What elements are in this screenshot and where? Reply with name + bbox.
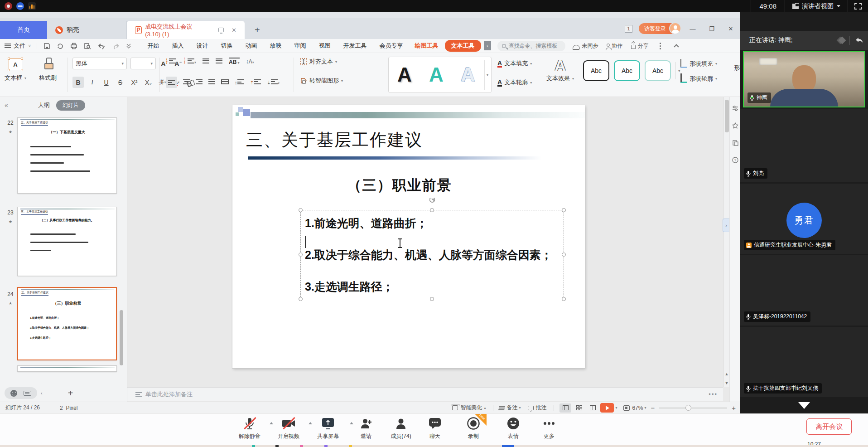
gallery-more-button[interactable]: ▾	[484, 60, 490, 90]
italic-button[interactable]: I	[87, 77, 98, 88]
members-button[interactable]: 成员(74)	[385, 417, 417, 440]
editor-scrollbar[interactable]: ▲ ▼	[723, 97, 729, 387]
justify-button[interactable]	[208, 79, 215, 86]
normal-view-button[interactable]	[559, 403, 571, 413]
slide-24[interactable]: 三、关于基层工作建议 （三）职业前景	[232, 105, 585, 368]
menu-start[interactable]: 开始	[142, 39, 165, 52]
thumbnail-slide-24-selected[interactable]: 三、关于基层工作建议 （三）职业前景 1.前途光明、道路曲折； 2.取决于综合能…	[17, 287, 117, 360]
resize-handle-sw[interactable]	[299, 297, 303, 301]
sync-status-button[interactable]: 未同步	[573, 42, 598, 50]
menu-view[interactable]: 视图	[313, 39, 336, 52]
unmute-button[interactable]: 解除静音	[233, 417, 266, 440]
next-slide-button[interactable]: ▼	[725, 381, 729, 385]
wordart-gallery[interactable]: A A A ▾	[388, 57, 492, 93]
object-properties-icon[interactable]	[732, 105, 738, 112]
text-fill-button[interactable]: A 文本填充▾	[497, 59, 532, 68]
strikethrough-button[interactable]: S	[115, 77, 126, 88]
zoom-caret[interactable]: ▾	[644, 406, 646, 410]
new-tab-button[interactable]: +	[255, 25, 260, 35]
align-left-button[interactable]	[166, 77, 177, 88]
participant-tile-liuyoujun[interactable]: 抗干扰第四支部书记刘又儁	[740, 327, 868, 397]
collapse-toolbar-icon[interactable]	[126, 43, 131, 49]
collapse-tools-icon[interactable]: ‹	[41, 390, 43, 396]
panel-expander-button[interactable]: ›	[723, 219, 729, 232]
redo-icon[interactable]	[113, 43, 120, 49]
align-text-button[interactable]: 对齐文本▾	[300, 58, 337, 66]
collapse-panel-icon[interactable]: «	[5, 102, 8, 109]
menu-text-tools[interactable]: 文本工具	[445, 40, 481, 52]
zoom-out-button[interactable]: −	[651, 404, 655, 412]
fit-slide-button[interactable]	[623, 405, 630, 411]
invite-button[interactable]: 邀请	[350, 417, 382, 440]
convert-smartart-button[interactable]: 转智能图形▾	[300, 77, 343, 85]
export-icon[interactable]	[57, 43, 64, 49]
tab-home[interactable]: 首页	[0, 21, 47, 39]
align-center-button[interactable]	[183, 79, 190, 86]
numbered-list-button[interactable]: ▾	[184, 58, 196, 65]
record-button[interactable]: new 录制	[457, 417, 490, 440]
slide-subtitle[interactable]: （三）职业前景	[232, 176, 567, 195]
comments-button[interactable]: 批注	[528, 404, 546, 412]
reading-view-button[interactable]	[587, 403, 598, 413]
menu-slideshow[interactable]: 放映	[265, 39, 287, 52]
thumbnail-slide-25-partial[interactable]	[17, 365, 117, 372]
insert-textbox-button[interactable]: A 文本框▾	[5, 57, 26, 82]
save-icon[interactable]	[43, 43, 50, 49]
menu-devtools[interactable]: 开发工具	[338, 39, 372, 52]
close-tab-icon[interactable]: ✕	[231, 27, 236, 34]
collaborate-button[interactable]: 协作	[607, 42, 623, 50]
emoji-tool-icon[interactable]	[10, 390, 17, 397]
participant-video-shenying[interactable]: 神鹰	[743, 51, 865, 107]
menu-overflow-button[interactable]: ›	[484, 41, 491, 50]
notes-placeholder[interactable]: 单击此处添加备注	[145, 390, 193, 398]
font-family-select[interactable]: 黑体▾	[72, 58, 127, 69]
slide-title[interactable]: 三、关于基层工作建议	[246, 129, 423, 151]
decrease-indent-button[interactable]	[203, 58, 209, 65]
menu-review[interactable]: 审阅	[289, 39, 312, 52]
network-icon[interactable]	[16, 2, 24, 10]
text-outline-button[interactable]: A 文本轮廓▾	[497, 78, 532, 87]
window-count-badge[interactable]: 1	[625, 25, 632, 33]
close-window-button[interactable]: ✕	[724, 23, 738, 34]
shape-outline-button[interactable]: 形状轮廓▾	[680, 74, 717, 83]
text-effect-button[interactable]: A 文本效果▾	[546, 57, 574, 83]
bullet-line-3[interactable]: 3.走选调生路径；	[305, 279, 563, 311]
share-button[interactable]: 分享	[631, 42, 649, 50]
scroll-more-participants-button[interactable]	[798, 402, 810, 409]
menu-transition[interactable]: 切换	[216, 39, 238, 52]
previous-slide-button[interactable]: ▲	[725, 372, 729, 376]
shape-style-gallery[interactable]: Abc Abc Abc ▾	[583, 60, 681, 81]
menu-insert[interactable]: 插入	[167, 39, 189, 52]
zoom-in-button[interactable]: +	[732, 404, 736, 412]
bold-button[interactable]: B	[72, 77, 84, 88]
undo-icon[interactable]	[97, 43, 106, 49]
tab-slides[interactable]: 幻灯片	[56, 100, 85, 111]
play-options-caret[interactable]: ▾	[615, 406, 617, 410]
thumbnail-slide-23[interactable]: 三、关于基层工作建议 （二）从事行政工作需要培养的能力。	[17, 207, 117, 276]
shape-fill-button[interactable]: 形状填充▾	[680, 59, 717, 68]
notes-toggle-button[interactable]: 备注▾	[499, 404, 521, 412]
presenter-view-switch[interactable]: 演讲者视图	[785, 0, 848, 12]
tab-outline[interactable]: 大纲	[38, 101, 50, 109]
format-painter-button[interactable]: 格式刷	[39, 57, 57, 82]
shape-style-3[interactable]: Abc	[645, 60, 671, 81]
maximize-button[interactable]: ❐	[705, 23, 719, 34]
space-before-button[interactable]: ⇡	[250, 79, 261, 86]
text-direction-button[interactable]: ↕A▾	[246, 58, 254, 65]
thumbnail-slide-22[interactable]: 三、关于基层工作建议 （一）下基层意义重大	[17, 117, 117, 194]
more-options-icon[interactable]	[660, 45, 661, 47]
subscript-button[interactable]: X₂	[143, 77, 154, 88]
back-arrow-icon[interactable]	[854, 37, 863, 44]
increase-indent-button[interactable]	[216, 58, 222, 65]
line-spacing-button[interactable]: ↕	[235, 79, 244, 85]
shape-style-1[interactable]: Abc	[583, 60, 609, 81]
record-indicator-icon[interactable]	[5, 2, 12, 10]
underline-button[interactable]: U	[101, 77, 112, 88]
align-right-button[interactable]	[196, 79, 203, 86]
tab-docer[interactable]: 稻壳	[47, 21, 127, 39]
zoom-slider-knob[interactable]	[685, 405, 691, 411]
tab-document[interactable]: P 成电交流线上会议 (3.10) (1) ✕	[127, 21, 245, 39]
rotate-handle[interactable]	[429, 197, 435, 203]
resource-star-icon[interactable]	[732, 122, 738, 129]
present-mode-icon[interactable]	[218, 28, 224, 32]
